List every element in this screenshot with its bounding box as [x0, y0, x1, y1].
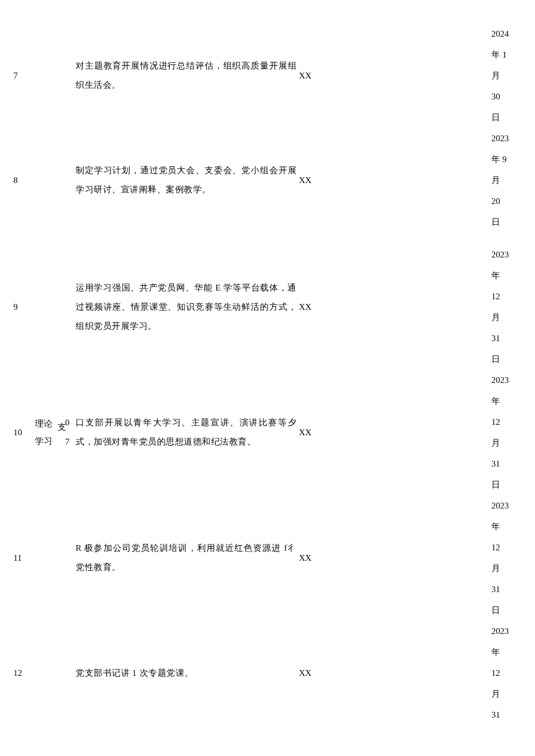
category-label: 理论 学习 [35, 415, 52, 450]
date-line: 年 [491, 516, 526, 537]
responsible-cell: XX [297, 665, 323, 681]
description-cell: 口支部开展以青年大学习、主题宣讲、演讲比赛等夕式，加强对青年党员的思想道德和纪法… [76, 413, 297, 452]
description-cell: 制定学习计划，通过党员大会、支委会、党小组会开展学习研讨、宣讲阐释、案例教学。 [76, 161, 297, 199]
date-line: 年 [491, 390, 526, 411]
date-line: 年 [491, 265, 526, 286]
date-cell: 2023 年 9 月 20 日 [491, 128, 526, 232]
date-line: 月 [491, 65, 526, 86]
date-line: 月 [491, 558, 526, 579]
date-line: 12 [491, 411, 526, 432]
date-line: 月 [491, 432, 526, 453]
category-cell: 理论 学习 支 [35, 415, 65, 450]
date-line: 日 [491, 212, 526, 232]
table-row: 11 R 极参加公司党员轮训培训，利用就近红色资源进 f彳 党性教育。 XX 2… [9, 495, 526, 621]
responsible-cell: XX [297, 173, 323, 188]
date-cell: 2023 年 12 月 31 日 [491, 495, 526, 621]
row-number: 12 [9, 665, 35, 681]
description-cell: 对主题教育开展情况进行总结评估，组织高质量开展组织生活会。 [76, 56, 297, 95]
date-line: 2023 [491, 370, 526, 390]
description-cell: 运用学习强国、共产党员网、华能 E 学等平台载体，通过视频讲座、情景课堂、知识竞… [76, 278, 297, 336]
subcategory-line: 0 [65, 413, 76, 432]
date-line: 日 [491, 349, 526, 370]
date-line: 12 [491, 286, 526, 307]
date-line: 2023 [491, 495, 526, 516]
responsible-cell: XX [297, 299, 323, 315]
description-cell: 党支部书记讲 1 次专题党课。 [76, 664, 297, 683]
date-line: 2023 [491, 128, 526, 149]
date-cell: 2023 年 12 月 31 [491, 621, 526, 725]
date-line: 日 [491, 107, 526, 128]
row-number: 11 [9, 550, 35, 566]
responsible-cell: XX [297, 550, 323, 566]
date-line: 2023 [491, 621, 526, 642]
table-row: 12 党支部书记讲 1 次专题党课。 XX 2023 年 12 月 31 [9, 621, 526, 725]
date-line: 31 [491, 328, 526, 349]
date-line: 20 [491, 191, 526, 212]
description-cell: R 极参加公司党员轮训培训，利用就近红色资源进 f彳 党性教育。 [76, 539, 297, 577]
date-cell: 2024 年 1 月 30 日 [491, 23, 526, 128]
date-line: 年 [491, 642, 526, 662]
responsible-cell: XX [297, 425, 323, 440]
subcategory-cell: 0 7 [65, 413, 76, 452]
subcategory-line: 7 [65, 432, 76, 452]
date-line: 31 [491, 579, 526, 600]
date-line: 月 [491, 170, 526, 191]
date-line: 31 [491, 704, 526, 725]
date-cell: 2023 年 12 月 31 日 [491, 370, 526, 495]
date-line: 2024 [491, 23, 526, 44]
table-row: 7 对主题教育开展情况进行总结评估，组织高质量开展组织生活会。 XX 2024 … [9, 23, 526, 128]
row-number: 8 [9, 173, 35, 188]
table-row: 9 运用学习强国、共产党员网、华能 E 学等平台载体，通过视频讲座、情景课堂、知… [9, 244, 526, 370]
row-number: 9 [9, 299, 35, 315]
date-line: 12 [491, 537, 526, 558]
date-line: 30 [491, 86, 526, 107]
table-row: 10 理论 学习 支 0 7 口支部开展以青年大学习、主题宣讲、演讲比赛等夕式，… [9, 370, 526, 495]
date-cell: 2023 年 12 月 31 日 [491, 244, 526, 370]
date-line: 月 [491, 683, 526, 704]
responsible-cell: XX [297, 68, 323, 84]
date-line: 31 [491, 453, 526, 474]
date-line: 年 1 [491, 44, 526, 65]
row-number: 10 [9, 425, 35, 440]
date-line: 2023 [491, 244, 526, 265]
row-number: 7 [9, 68, 35, 84]
table-row: 8 制定学习计划，通过党员大会、支委会、党小组会开展学习研讨、宣讲阐释、案例教学… [9, 128, 526, 232]
subcategory-label-part: 支 [58, 418, 66, 436]
date-line: 12 [491, 662, 526, 683]
date-line: 日 [491, 600, 526, 621]
document-page: 7 对主题教育开展情况进行总结评估，组织高质量开展组织生活会。 XX 2024 … [9, 23, 526, 725]
date-line: 日 [491, 474, 526, 495]
date-line: 年 9 [491, 149, 526, 170]
date-line: 月 [491, 307, 526, 328]
